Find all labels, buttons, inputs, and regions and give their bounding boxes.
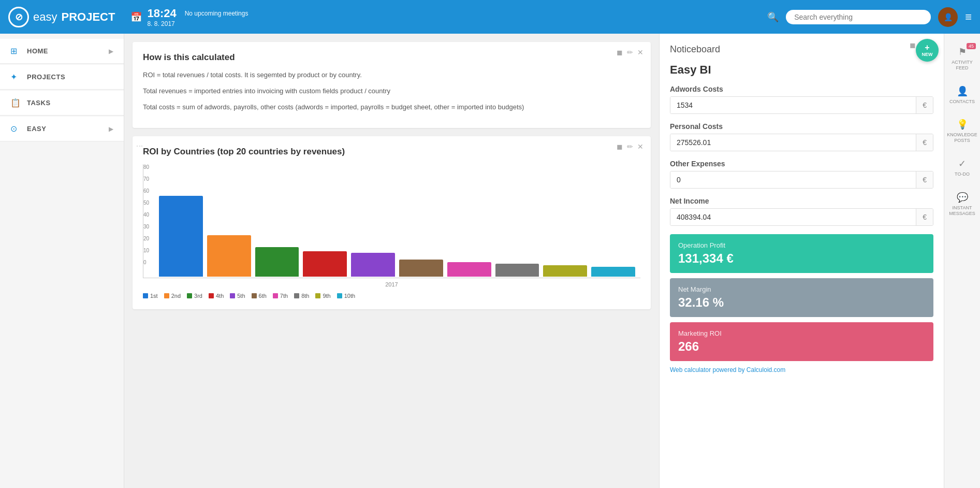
- chart-bar: [399, 260, 443, 277]
- text2: Total revenues = imported entries into i…: [143, 86, 640, 97]
- roi-chart-card: ⋮ ◼ ✏ ✕ ROI by Countries (top 20 countri…: [133, 136, 651, 309]
- how-calculated-text: ROI = total revenues / total costs. It i…: [143, 70, 640, 112]
- time-area: 📅 18:24 No upcoming meetings 8. 8. 2017: [130, 7, 248, 27]
- other-expenses-input-row: €: [670, 171, 933, 189]
- noticeboard-pin-icon[interactable]: ◼: [910, 41, 916, 49]
- adwords-costs-input-row: €: [670, 96, 933, 114]
- sidebar-item-projects[interactable]: ✦ PROJECTS: [0, 65, 124, 90]
- other-currency: €: [916, 171, 933, 188]
- legend-item: 5th: [230, 293, 245, 299]
- roi-chart-title: ROI by Countries (top 20 countries by re…: [143, 147, 640, 157]
- sidebar-item-home-label: HOME: [27, 47, 48, 55]
- personal-costs-label: Personal Costs: [670, 122, 933, 131]
- roi-edit-icon[interactable]: ✏: [627, 142, 633, 151]
- new-button[interactable]: + NEW: [916, 39, 939, 62]
- close-icon[interactable]: ✕: [637, 48, 643, 56]
- adwords-costs-group: Adwords Costs €: [670, 85, 933, 114]
- legend-item: 7th: [273, 293, 288, 299]
- chart-legend: 1st2nd3rd4th5th6th7th8th9th10th: [143, 293, 640, 299]
- legend-item: 6th: [252, 293, 267, 299]
- operation-profit-label: Operation Profit: [678, 241, 925, 249]
- legend-label: 8th: [301, 293, 309, 299]
- legend-item: 3rd: [187, 293, 202, 299]
- marketing-roi-value: 266: [678, 339, 925, 354]
- activity-feed-label: ACTIVITYFEED: [952, 60, 973, 71]
- marketing-roi-label: Marketing ROI: [678, 329, 925, 337]
- sidebar-item-contacts[interactable]: 👤 CONTACTS: [944, 78, 980, 112]
- to-do-icon: ✓: [958, 158, 966, 169]
- left-sidebar: ⊞ HOME ▶ ✦ PROJECTS 📋 TASKS ⊙ EASY ▶: [0, 34, 124, 488]
- roi-pin-icon[interactable]: ◼: [617, 142, 623, 151]
- contacts-label: CONTACTS: [949, 99, 975, 105]
- edit-icon[interactable]: ✏: [627, 48, 633, 56]
- calendar-icon: 📅: [130, 11, 142, 23]
- legend-label: 10th: [344, 293, 355, 299]
- net-income-label: Net Income: [670, 197, 933, 205]
- legend-label: 4th: [216, 293, 224, 299]
- legend-label: 9th: [323, 293, 330, 299]
- sidebar-item-easy-label: EASY: [27, 125, 46, 133]
- pin-icon[interactable]: ◼: [617, 48, 623, 56]
- sidebar-item-to-do[interactable]: ✓ TO-DO: [944, 151, 980, 184]
- easy-arrow-icon: ▶: [109, 125, 113, 133]
- meeting-info: No upcoming meetings: [185, 10, 248, 17]
- time-display: 18:24: [147, 7, 176, 20]
- powered-by[interactable]: Web calculator powered by Calculoid.com: [670, 366, 933, 374]
- net-income-input[interactable]: [670, 209, 916, 225]
- knowledge-posts-icon: 💡: [957, 119, 968, 130]
- drag-handle-icon[interactable]: ⋮: [136, 142, 144, 151]
- legend-item: 2nd: [164, 293, 181, 299]
- home-arrow-icon: ▶: [109, 48, 113, 55]
- other-expenses-group: Other Expenses €: [670, 160, 933, 189]
- personal-currency: €: [916, 134, 933, 151]
- sidebar-item-easy[interactable]: ⊙ EASY ▶: [0, 117, 124, 141]
- legend-item: 8th: [294, 293, 309, 299]
- other-expenses-input[interactable]: [670, 171, 916, 188]
- logo-easy: easy: [33, 10, 57, 24]
- adwords-costs-input[interactable]: [670, 97, 916, 113]
- roi-close-icon[interactable]: ✕: [637, 142, 643, 151]
- operation-profit-card: Operation Profit 131,334 €: [670, 234, 933, 273]
- hamburger-icon[interactable]: ≡: [965, 10, 972, 24]
- net-margin-value: 32.16 %: [678, 295, 925, 310]
- chart-bar: [159, 196, 203, 277]
- sidebar-item-knowledge-posts[interactable]: 💡 KNOWLEDGEPOSTS: [944, 111, 980, 151]
- tasks-icon: 📋: [10, 98, 21, 108]
- search-icon[interactable]: 🔍: [767, 11, 779, 23]
- bars-group: [159, 164, 635, 278]
- instant-messages-icon: 💬: [957, 192, 968, 203]
- chart-bar: [207, 235, 251, 277]
- legend-item: 9th: [315, 293, 330, 299]
- new-label: NEW: [922, 52, 933, 57]
- noticeboard-section-title: Easy BI: [670, 63, 933, 77]
- sidebar-item-home[interactable]: ⊞ HOME ▶: [0, 39, 124, 64]
- legend-dot: [209, 293, 214, 298]
- noticeboard-title: Noticeboard: [670, 44, 933, 55]
- topbar: ⊘ easyPROJECT 📅 18:24 No upcoming meetin…: [0, 0, 980, 34]
- knowledge-posts-label: KNOWLEDGEPOSTS: [947, 132, 977, 143]
- chart-bar: [543, 265, 587, 277]
- text1: ROI = total revenues / total costs. It i…: [143, 70, 640, 81]
- how-calculated-title: How is this calculated: [143, 52, 640, 63]
- search-input[interactable]: [786, 10, 931, 24]
- sidebar-item-tasks[interactable]: 📋 TASKS: [0, 91, 124, 116]
- activity-feed-badge: 45: [967, 43, 976, 49]
- other-expenses-label: Other Expenses: [670, 160, 933, 168]
- avatar[interactable]: 👤: [938, 7, 958, 27]
- legend-dot: [337, 293, 342, 298]
- legend-dot: [315, 293, 320, 298]
- legend-label: 5th: [237, 293, 245, 299]
- legend-item: 4th: [209, 293, 224, 299]
- to-do-label: TO-DO: [955, 171, 970, 177]
- personal-costs-input-row: €: [670, 134, 933, 151]
- personal-costs-input[interactable]: [670, 134, 916, 151]
- sidebar-item-activity-feed[interactable]: ⚑ ACTIVITYFEED 45: [944, 39, 980, 78]
- roi-card-header-icons: ◼ ✏ ✕: [617, 142, 643, 151]
- topbar-right: 🔍 👤 ≡: [767, 7, 972, 27]
- sidebar-item-instant-messages[interactable]: 💬 INSTANTMESSAGES: [944, 184, 980, 224]
- legend-label: 3rd: [194, 293, 202, 299]
- projects-icon: ✦: [10, 72, 21, 82]
- net-income-group: Net Income €: [670, 197, 933, 226]
- adwords-currency: €: [916, 97, 933, 113]
- how-calculated-card: ◼ ✏ ✕ How is this calculated ROI = total…: [133, 42, 651, 128]
